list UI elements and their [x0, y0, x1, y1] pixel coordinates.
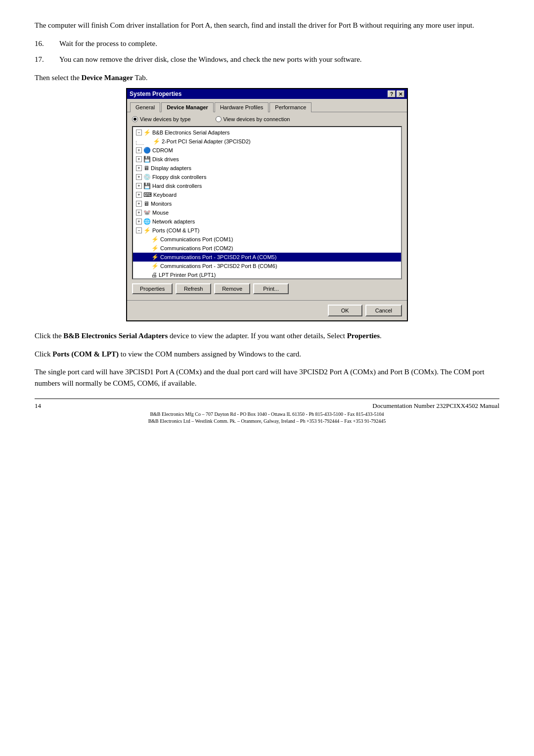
close-button[interactable]: ✕	[397, 90, 404, 97]
tree-item-display[interactable]: + 🖥 Display adapters	[133, 164, 401, 173]
icon-com2: ⚡	[151, 244, 159, 252]
after-para-1-bold1: B&B Electronics Serial Adapters	[63, 332, 168, 340]
after-para-1-mid: device to view the adapter. If you want …	[168, 332, 347, 340]
expand-network[interactable]: +	[136, 219, 142, 224]
after-para-3-text: The single port card will have 3PCISD1 P…	[35, 368, 485, 387]
label-monitors: Monitors	[151, 200, 172, 208]
tree-item-bb-root[interactable]: − ⚡ B&B Electronics Serial Adapters	[133, 128, 401, 137]
label-keyboard: Keyboard	[153, 191, 177, 199]
footer-page-line: 14 Documentation Number 232PCIXX4502 Man…	[35, 402, 499, 410]
icon-network: 🌐	[143, 218, 151, 225]
step-text-17: You can now remove the driver disk, clos…	[59, 54, 499, 65]
label-floppy: Floppy disk controllers	[152, 173, 206, 181]
radio-view-by-type[interactable]: View devices by type	[132, 116, 191, 122]
after-para-1: Click the B&B Electronics Serial Adapter…	[35, 330, 499, 342]
icon-mouse: 🐭	[143, 209, 151, 217]
tree-item-keyboard[interactable]: + ⌨ Keyboard	[133, 190, 401, 199]
label-cdrom: CDROM	[152, 146, 173, 154]
then-select-text: Then select the Device Manager Tab.	[35, 72, 499, 84]
radio-circle-type	[132, 116, 138, 122]
radio-view-by-connection[interactable]: View devices by connection	[216, 116, 290, 122]
page-number: 14	[35, 402, 41, 410]
label-com2: Communications Port (COM2)	[160, 244, 233, 252]
icon-display: 🖥	[143, 164, 149, 172]
label-bb: B&B Electronics Serial Adapters	[152, 129, 230, 136]
tree-item-com6[interactable]: ⚡ Communications Port - 3PCISD2 Port B (…	[133, 262, 401, 270]
tree-item-hdd[interactable]: + 💾 Hard disk controllers	[133, 181, 401, 190]
radio-label-connection: View devices by connection	[223, 116, 290, 122]
expand-display[interactable]: +	[136, 165, 142, 171]
radio-dot-type	[134, 118, 136, 121]
device-list-container[interactable]: − ⚡ B&B Electronics Serial Adapters ⚡ 2-…	[132, 126, 402, 279]
expand-disk[interactable]: +	[136, 156, 142, 162]
tab-performance[interactable]: Performance	[269, 102, 312, 112]
icon-bb: ⚡	[143, 129, 151, 136]
refresh-button[interactable]: Refresh	[176, 283, 211, 294]
help-button[interactable]: ?	[388, 90, 396, 97]
expand-keyboard[interactable]: +	[136, 192, 142, 198]
system-properties-dialog: System Properties ? ✕ General Device Man…	[126, 88, 408, 321]
footer-address-2: B&B Electronics Ltd – Westlink Comm. Pk.…	[148, 418, 386, 425]
collapse-bb[interactable]: −	[136, 130, 142, 135]
list-item-17: 17. You can now remove the driver disk, …	[35, 54, 499, 65]
expand-monitors[interactable]: +	[136, 201, 142, 207]
ok-button[interactable]: OK	[328, 305, 362, 316]
tree-item-ports-root[interactable]: − ⚡ Ports (COM & LPT)	[133, 226, 401, 235]
expand-mouse[interactable]: +	[136, 210, 142, 216]
cancel-button[interactable]: Cancel	[365, 305, 402, 316]
label-com6: Communications Port - 3PCISD2 Port B (CO…	[160, 262, 277, 270]
tab-device-manager[interactable]: Device Manager	[161, 102, 214, 112]
collapse-ports[interactable]: −	[136, 227, 142, 233]
icon-com1: ⚡	[151, 235, 159, 243]
after-para-3: The single port card will have 3PCISD1 P…	[35, 366, 499, 389]
label-mouse: Mouse	[152, 209, 169, 217]
footer-address-1: B&B Electronics Mfg Co – 707 Dayton Rd -…	[150, 411, 384, 418]
tree-item-disk[interactable]: + 💾 Disk drives	[133, 155, 401, 164]
tree-item-cdrom[interactable]: + 🔵 CDROM	[133, 146, 401, 155]
dialog-footer: OK Cancel	[127, 300, 407, 320]
tree-item-bb-child[interactable]: ⚡ 2-Port PCI Serial Adapter (3PCISD2)	[133, 137, 401, 146]
dialog-title: System Properties	[130, 90, 181, 97]
after-para-2: Click Ports (COM & LPT) to view the COM …	[35, 349, 499, 360]
icon-cdrom: 🔵	[143, 146, 151, 154]
expand-floppy[interactable]: +	[136, 174, 142, 180]
expand-hdd[interactable]: +	[136, 183, 142, 189]
dialog-titlebar: System Properties ? ✕	[127, 89, 407, 99]
label-bb-child: 2-Port PCI Serial Adapter (3PCISD2)	[162, 137, 251, 145]
step-number-17: 17.	[35, 54, 59, 65]
after-para-1-pre: Click the	[35, 332, 63, 340]
remove-button[interactable]: Remove	[214, 283, 250, 294]
list-item-16: 16. Wait for the process to complete.	[35, 38, 499, 49]
label-hdd: Hard disk controllers	[152, 182, 202, 190]
page-footer: 14 Documentation Number 232PCIXX4502 Man…	[35, 399, 499, 425]
tree-item-com5[interactable]: ⚡ Communications Port - 3PCISD2 Port A (…	[133, 253, 401, 262]
tree-item-floppy[interactable]: + 💿 Floppy disk controllers	[133, 173, 401, 181]
dialog-tabs: General Device Manager Hardware Profiles…	[127, 99, 407, 112]
after-para-1-end: .	[380, 332, 382, 340]
icon-floppy: 💿	[143, 173, 151, 181]
tree-item-monitors[interactable]: + 🖥 Monitors	[133, 199, 401, 208]
label-display: Display adapters	[151, 164, 191, 172]
device-list: − ⚡ B&B Electronics Serial Adapters ⚡ 2-…	[133, 127, 401, 279]
label-network: Network adapters	[152, 218, 195, 225]
icon-bb-child: ⚡	[153, 137, 160, 145]
dialog-body: View devices by type View devices by con…	[127, 112, 407, 298]
expand-cdrom[interactable]: +	[136, 147, 142, 153]
icon-lpt1: 🖨	[151, 271, 157, 279]
icon-keyboard: ⌨	[143, 191, 152, 199]
tree-item-network[interactable]: + 🌐 Network adapters	[133, 217, 401, 226]
radio-label-type: View devices by type	[140, 116, 191, 122]
print-button[interactable]: Print...	[253, 283, 289, 294]
icon-hdd: 💾	[143, 182, 151, 190]
icon-monitors: 🖥	[143, 200, 149, 208]
tree-item-com1[interactable]: ⚡ Communications Port (COM1)	[133, 235, 401, 244]
icon-disk: 💾	[143, 155, 151, 163]
titlebar-buttons: ? ✕	[388, 90, 404, 97]
tab-general[interactable]: General	[130, 102, 160, 112]
tree-item-mouse[interactable]: + 🐭 Mouse	[133, 208, 401, 217]
step-number-16: 16.	[35, 38, 59, 49]
tree-item-com2[interactable]: ⚡ Communications Port (COM2)	[133, 244, 401, 253]
properties-button[interactable]: Properties	[132, 283, 173, 294]
tree-item-lpt1[interactable]: 🖨 LPT Printer Port (LPT1)	[133, 270, 401, 279]
tab-hardware-profiles[interactable]: Hardware Profiles	[215, 102, 268, 112]
